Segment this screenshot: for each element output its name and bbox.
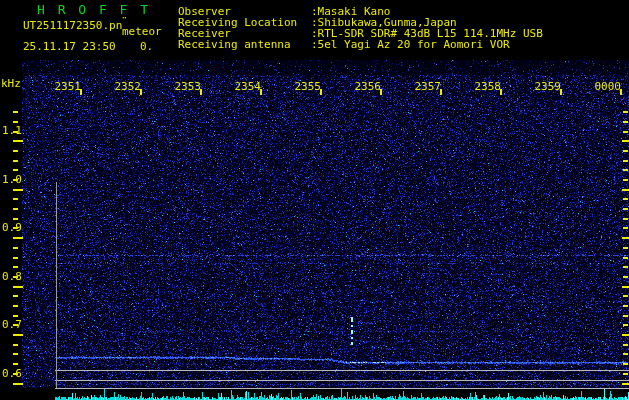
- left-freq-tick: [13, 150, 18, 152]
- time-tick: [620, 89, 622, 95]
- freq-label: 1.1: [2, 125, 22, 136]
- left-freq-tick: [13, 305, 18, 307]
- right-freq-tick: [623, 344, 628, 346]
- time-label: 0000: [594, 81, 621, 92]
- right-freq-tick: [623, 160, 628, 162]
- freq-unit-label: kHz: [1, 78, 21, 89]
- time-tick: [380, 89, 382, 95]
- time-tick: [260, 89, 262, 95]
- time-label: 2353: [174, 81, 201, 92]
- left-freq-tick: [13, 295, 18, 297]
- freq-label: 0.6: [2, 368, 22, 379]
- time-label: 2352: [114, 81, 141, 92]
- time-label: 2359: [534, 81, 561, 92]
- right-freq-tick: [623, 257, 628, 259]
- right-freq-tick: [623, 305, 628, 307]
- right-freq-tick: [623, 247, 628, 249]
- right-freq-tick: [623, 198, 628, 200]
- right-freq-tick: [622, 140, 629, 142]
- right-freq-tick: [623, 315, 628, 317]
- right-freq-tick: [623, 276, 628, 278]
- right-freq-tick: [623, 295, 628, 297]
- left-freq-tick: [13, 218, 18, 220]
- right-freq-tick: [623, 218, 628, 220]
- time-label: 2357: [414, 81, 441, 92]
- meteor-mode-label: meteor: [122, 26, 162, 37]
- left-freq-tick: [13, 169, 18, 171]
- left-freq-tick: [13, 257, 18, 259]
- time-label: 2355: [294, 81, 321, 92]
- right-freq-tick: [623, 179, 628, 181]
- time-label: 2356: [354, 81, 381, 92]
- hrofft-window: H R O F F T UT2511172350.pn ¨ meteor 25.…: [0, 0, 629, 400]
- left-freq-tick: [13, 266, 18, 268]
- time-label: 2358: [474, 81, 501, 92]
- time-label: 2351: [54, 81, 81, 92]
- spectrogram-canvas: [0, 0, 629, 400]
- time-tick: [200, 89, 202, 95]
- echo-count: 0.: [140, 41, 153, 52]
- info-label: Receiving antenna: [178, 39, 291, 50]
- left-freq-tick: [13, 179, 18, 181]
- left-freq-tick: [13, 373, 18, 375]
- time-label: 2354: [234, 81, 261, 92]
- left-freq-tick: [13, 353, 18, 355]
- left-freq-tick: [13, 160, 18, 162]
- right-freq-tick: [623, 131, 628, 133]
- right-freq-tick: [623, 227, 628, 229]
- right-freq-tick: [623, 324, 628, 326]
- left-freq-tick: [13, 315, 18, 317]
- left-freq-tick: [13, 363, 18, 365]
- left-freq-tick: [13, 383, 23, 385]
- right-freq-tick: [623, 208, 628, 210]
- right-freq-tick: [622, 334, 629, 336]
- right-freq-tick: [623, 363, 628, 365]
- left-freq-tick: [13, 208, 18, 210]
- left-freq-tick: [13, 131, 18, 133]
- right-freq-tick: [623, 266, 628, 268]
- left-freq-tick: [13, 247, 18, 249]
- right-freq-tick: [622, 383, 629, 385]
- left-freq-tick: [13, 189, 23, 191]
- freq-label: 0.9: [2, 222, 22, 233]
- output-filename: UT2511172350.pn: [23, 20, 122, 31]
- left-freq-tick: [13, 334, 23, 336]
- info-value: :5el Yagi Az 20 for Aomori VOR: [311, 39, 510, 50]
- left-freq-tick: [13, 276, 18, 278]
- right-freq-tick: [623, 121, 628, 123]
- right-freq-tick: [622, 286, 629, 288]
- app-title: H R O F F T: [37, 3, 151, 16]
- left-freq-tick: [13, 324, 18, 326]
- left-freq-tick: [13, 227, 18, 229]
- right-freq-tick: [623, 169, 628, 171]
- freq-label: 0.7: [2, 319, 22, 330]
- right-freq-tick: [623, 353, 628, 355]
- left-freq-tick: [13, 111, 18, 113]
- datetime-label: 25.11.17 23:50: [23, 41, 116, 52]
- time-tick: [440, 89, 442, 95]
- left-freq-tick: [13, 237, 23, 239]
- left-freq-tick: [13, 286, 23, 288]
- right-freq-tick: [623, 150, 628, 152]
- left-freq-tick: [13, 344, 18, 346]
- right-freq-tick: [622, 237, 629, 239]
- time-tick: [320, 89, 322, 95]
- right-freq-tick: [622, 189, 629, 191]
- time-tick: [140, 89, 142, 95]
- freq-label: 0.8: [2, 271, 22, 282]
- left-freq-tick: [13, 140, 23, 142]
- freq-label: 1.0: [2, 174, 22, 185]
- right-freq-tick: [623, 373, 628, 375]
- right-freq-tick: [623, 111, 628, 113]
- time-tick: [500, 89, 502, 95]
- time-tick: [560, 89, 562, 95]
- time-tick: [80, 89, 82, 95]
- left-freq-tick: [13, 121, 18, 123]
- left-freq-tick: [13, 198, 18, 200]
